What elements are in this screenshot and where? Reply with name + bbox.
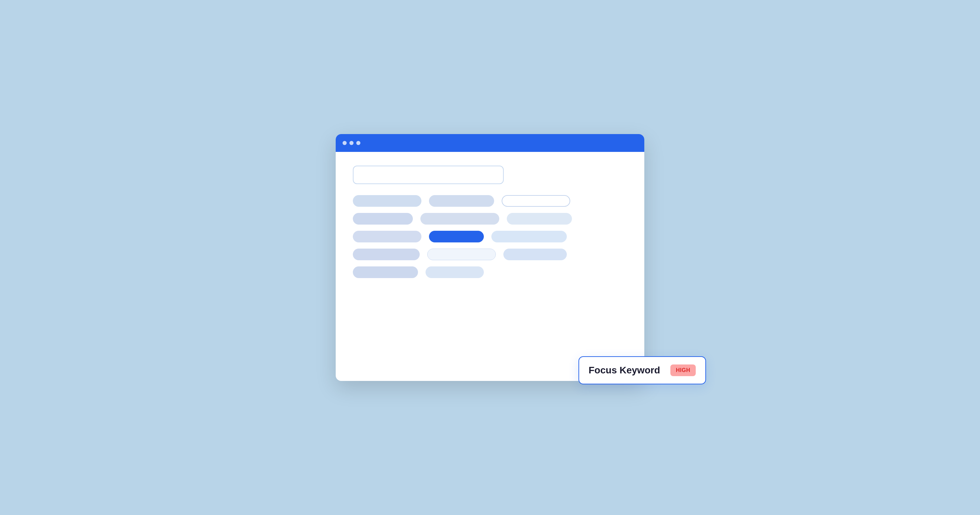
pill-1-1 <box>353 195 422 207</box>
pill-3-3 <box>492 231 567 242</box>
high-badge: HIGH <box>670 364 696 376</box>
scene: Focus Keyword HIGH <box>301 103 679 412</box>
browser-window <box>336 134 644 381</box>
browser-dot-3 <box>356 141 360 145</box>
pill-1-2 <box>429 195 494 207</box>
content-row-4 <box>353 249 627 260</box>
browser-dot-2 <box>349 141 353 145</box>
content-row-3 <box>353 231 627 242</box>
pill-3-2-blue <box>429 231 484 242</box>
pill-2-1 <box>353 213 413 224</box>
content-row-1 <box>353 195 627 207</box>
browser-content <box>336 152 644 292</box>
pill-5-2 <box>426 266 484 278</box>
content-row-5 <box>353 266 627 278</box>
pill-2-2 <box>420 213 499 224</box>
pill-4-2 <box>427 249 496 260</box>
browser-titlebar <box>336 134 644 152</box>
focus-keyword-card: Focus Keyword HIGH <box>579 356 706 385</box>
pill-2-3 <box>507 213 572 224</box>
pill-1-3 <box>502 195 570 207</box>
content-rows <box>353 195 627 278</box>
content-row-2 <box>353 213 627 224</box>
pill-5-1 <box>353 266 418 278</box>
search-bar[interactable] <box>353 165 504 184</box>
pill-4-1 <box>353 249 420 260</box>
browser-dot-1 <box>342 141 347 145</box>
pill-3-1 <box>353 231 422 242</box>
pill-4-3 <box>503 249 567 260</box>
focus-keyword-label: Focus Keyword <box>589 365 660 376</box>
